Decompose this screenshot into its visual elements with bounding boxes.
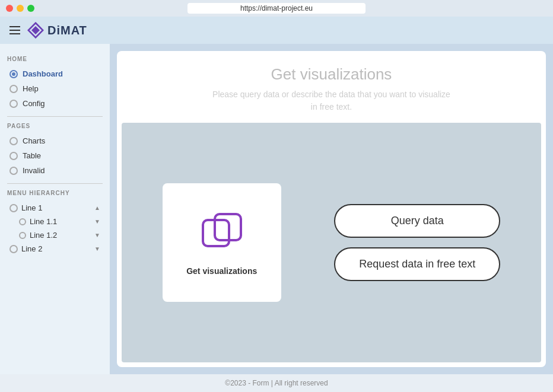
chevron-line1-1: ▼: [94, 218, 100, 225]
card-header: Get visualizations Please query data or …: [117, 51, 546, 118]
svg-marker-1: [31, 26, 40, 34]
sidebar-label-config: Config: [23, 99, 45, 108]
subtitle-line1: Please query data or describe the data t…: [212, 90, 450, 99]
menu-button[interactable]: [9, 26, 20, 34]
radio-charts: [9, 137, 18, 145]
logo: DiMAT: [27, 22, 87, 39]
radio-line2: [9, 245, 18, 253]
visualization-icon: [198, 209, 246, 257]
sidebar-item-table[interactable]: Table: [7, 149, 103, 162]
menu-item-line1-2[interactable]: Line 1.2 ▼: [7, 228, 103, 242]
menu-label-line2: Line 2: [21, 244, 42, 253]
close-dot[interactable]: [6, 5, 13, 12]
sidebar-item-charts[interactable]: Charts: [7, 134, 103, 148]
logo-icon: [27, 22, 44, 39]
window-controls: [6, 5, 34, 12]
footer: ©2023 - Form | All right reserved: [0, 374, 553, 392]
menu-item-line1-1[interactable]: Line 1.1 ▼: [7, 215, 103, 228]
sidebar: HOME Dashboard Help Config PAGES Charts: [0, 44, 110, 374]
chevron-line2: ▼: [94, 246, 100, 252]
subtitle-line2: in free text.: [311, 102, 352, 111]
radio-config: [9, 100, 18, 108]
radio-dashboard: [9, 70, 18, 78]
radio-table: [9, 152, 18, 160]
menu-label-line1-1: Line 1.1: [30, 217, 57, 226]
sidebar-label-charts: Charts: [23, 136, 45, 145]
menu-item-line1[interactable]: Line 1 ▲: [7, 201, 103, 215]
menu-label-line1-2: Line 1.2: [30, 231, 57, 240]
footer-text: ©2023 - Form | All right reserved: [225, 379, 328, 387]
menu-section-label: MENU HIERARCHY: [7, 190, 103, 196]
logo-text: DiMAT: [47, 24, 87, 37]
radio-invalid: [9, 167, 18, 175]
query-data-button[interactable]: Query data: [334, 204, 500, 238]
card-title: Get visualizations: [117, 65, 546, 84]
card-subtitle: Please query data or describe the data t…: [117, 88, 546, 113]
sidebar-label-table: Table: [23, 151, 41, 160]
visualization-box: Get visualizations: [163, 183, 281, 302]
pages-section-label: PAGES: [7, 123, 103, 129]
menu-label-line1: Line 1: [21, 203, 42, 212]
menu-item-line2[interactable]: Line 2 ▼: [7, 242, 103, 256]
topbar: DiMAT: [0, 17, 553, 44]
card-body: Get visualizations Query data Request da…: [122, 123, 541, 362]
radio-line1-1: [19, 218, 26, 225]
content-area: Get visualizations Please query data or …: [110, 44, 553, 374]
url-bar[interactable]: https://dimat-project.eu: [187, 3, 366, 14]
sidebar-item-dashboard[interactable]: Dashboard: [7, 67, 103, 81]
vis-label: Get visualizations: [186, 266, 257, 276]
titlebar: https://dimat-project.eu: [0, 0, 553, 17]
radio-line1: [9, 204, 18, 212]
radio-line1-2: [19, 232, 26, 239]
sidebar-label-dashboard: Dashboard: [23, 69, 63, 78]
sidebar-label-invalid: Invalid: [23, 166, 45, 175]
free-text-button[interactable]: Request data in free text: [334, 247, 500, 281]
home-section-label: HOME: [7, 56, 103, 62]
chevron-line1-2: ▼: [94, 232, 100, 238]
minimize-dot[interactable]: [17, 5, 24, 12]
maximize-dot[interactable]: [27, 5, 34, 12]
sidebar-item-config[interactable]: Config: [7, 97, 103, 110]
sidebar-label-help: Help: [23, 84, 39, 93]
sidebar-item-invalid[interactable]: Invalid: [7, 164, 103, 177]
sidebar-item-help[interactable]: Help: [7, 82, 103, 95]
content-card: Get visualizations Please query data or …: [117, 51, 546, 367]
divider-1: [7, 116, 103, 117]
chevron-line1: ▲: [94, 205, 100, 211]
action-buttons: Query data Request data in free text: [334, 204, 500, 281]
radio-help: [9, 85, 18, 93]
divider-2: [7, 183, 103, 184]
